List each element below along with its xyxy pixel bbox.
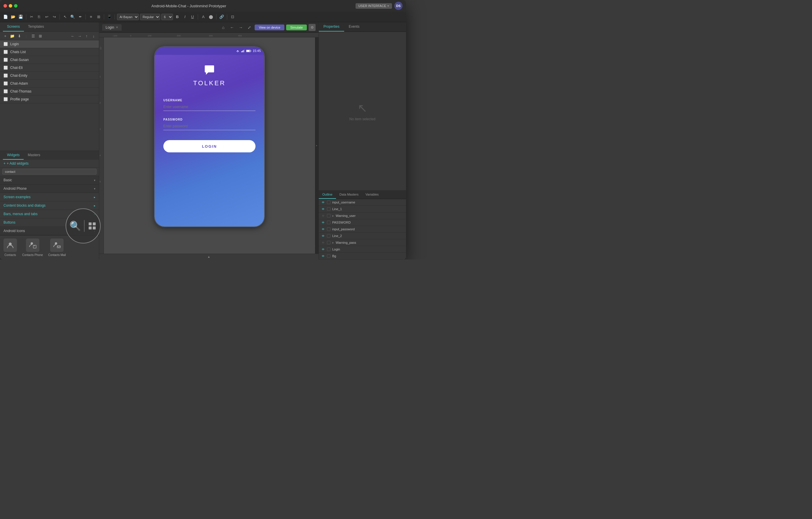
visibility-icon[interactable]: 👁 [321,248,325,251]
back-btn[interactable]: ← [228,24,235,31]
screen-item-chat-eli[interactable]: ⬜ Chat-Eli [0,64,99,72]
add-screen-btn[interactable]: + [2,33,8,39]
subcategory-screen-examples[interactable]: Screen examples ▸ [0,193,99,201]
save-btn[interactable]: 💾 [18,14,24,20]
font-style-select[interactable]: Regular [140,14,160,20]
settings-button[interactable]: ⚙ [309,24,316,31]
copy-btn[interactable]: ⎘ [36,14,42,20]
font-size-select[interactable]: 6 [161,14,173,20]
tab-data-masters[interactable]: Data Masters [336,191,362,199]
device-btn[interactable]: 📱 [106,14,113,20]
grid-view-btn[interactable]: ⊞ [37,33,43,39]
outline-item-password[interactable]: 👁 PASSWORD [319,219,406,226]
search-btn[interactable]: 🔍 [69,14,76,20]
pointer-btn[interactable]: ↖ [62,14,68,20]
screen-item-chat-emily[interactable]: ⬜ Chat-Emily [0,72,99,80]
screen-item-chat-thomas[interactable]: ⬜ Chat-Thomas [0,88,99,95]
tab-outline[interactable]: Outline [319,191,336,199]
nav-up[interactable]: ↑ [84,33,90,39]
redo-btn[interactable]: ↪ [51,14,57,20]
fullscreen-btn[interactable]: ⤢ [246,24,253,31]
tab-variables[interactable]: Variables [362,191,382,199]
undo-btn[interactable]: ↩ [44,14,50,20]
visibility-icon[interactable]: 👁 [321,241,325,244]
expand-icon[interactable]: ▶ [332,215,334,217]
open-file-btn[interactable]: 📂 [10,14,16,20]
visibility-icon[interactable]: 👁 [321,214,325,217]
pen-btn[interactable]: ✒ [77,14,83,20]
underline-btn[interactable]: U [189,14,196,20]
visibility-icon[interactable]: 👁 [321,228,325,231]
canvas-tab-login[interactable]: Login ✕ [102,24,122,31]
italic-btn[interactable]: I [182,14,188,20]
minimize-button[interactable] [9,4,12,7]
canvas-tab-close[interactable]: ✕ [116,26,118,29]
visibility-icon[interactable]: 👁 [321,254,325,258]
expand-icon[interactable]: ▶ [332,241,334,244]
tab-masters[interactable]: Masters [24,151,44,160]
widget-contacts[interactable]: Contacts [3,239,17,256]
outline-item-warning-user[interactable]: 👁 ▶ Warning_user [319,213,406,219]
screen-item-profile[interactable]: ⬜ Profile page [0,95,99,103]
simulate-button[interactable]: Simulate [286,25,307,30]
widget-contacts-phone[interactable]: Contacts Phone [22,239,43,256]
link-btn[interactable]: 🔗 [219,14,225,20]
distribute-btn[interactable]: ⊞ [95,14,102,20]
outline-item-login[interactable]: 👁 Login [319,246,406,253]
screen-item-chat-susan[interactable]: ⬜ Chat-Susan [0,56,99,64]
checkbox[interactable] [327,234,330,238]
checkbox[interactable] [327,248,330,251]
close-button[interactable] [3,4,7,7]
outline-item-line1[interactable]: 👁 Line_1 [319,206,406,213]
checkbox[interactable] [327,207,330,211]
username-input[interactable] [163,104,256,111]
login-button[interactable]: LOGIN [163,140,256,153]
view-on-device-button[interactable]: View on device [255,25,284,30]
nav-down[interactable]: ↓ [91,33,96,39]
import-btn[interactable]: ⬇ [16,33,22,39]
visibility-icon[interactable]: 👁 [321,221,325,224]
new-file-btn[interactable]: 📄 [2,14,9,20]
tab-screens[interactable]: Screens [3,22,24,31]
tab-templates[interactable]: Templates [24,22,48,31]
fill-color-btn[interactable]: ⬤ [208,14,214,20]
font-color-btn[interactable]: A [200,14,206,20]
outline-item-warning-pass[interactable]: 👁 ▶ Warning_pass [319,239,406,246]
checkbox[interactable] [327,227,330,231]
list-view-btn[interactable]: ☰ [30,33,36,39]
visibility-icon[interactable]: 👁 [321,235,325,238]
nav-prev[interactable]: ← [70,33,76,39]
component-btn[interactable]: ⊡ [229,14,236,20]
font-family-select[interactable]: Al Bayan [117,14,139,20]
align-btn[interactable]: ≡ [88,14,94,20]
tab-events[interactable]: Events [344,22,364,31]
category-android-phone[interactable]: Android Phone ▾ [0,185,99,193]
forward-btn[interactable]: → [237,24,244,31]
folder-btn[interactable]: 📁 [9,33,15,39]
widget-search-input[interactable] [2,169,96,174]
checkbox[interactable] [327,221,330,224]
maximize-button[interactable] [14,4,18,7]
checkbox[interactable] [327,214,330,217]
cut-btn[interactable]: ✂ [28,14,35,20]
home-btn[interactable]: ⌂ [220,24,227,31]
panel-toggle[interactable]: ▸ [315,37,319,254]
outline-item-line2[interactable]: 👁 Line_2 [319,233,406,239]
ui-badge[interactable]: USER INTERFACE ▾ [355,3,392,9]
screen-item-chats-list[interactable]: ⬜ Chats List [0,48,99,56]
screen-item-chat-adam[interactable]: ⬜ Chat-Adam [0,80,99,88]
outline-item-input-password[interactable]: 👁 input_password [319,226,406,233]
bottom-collapse-arrow[interactable]: ▲ [99,254,319,260]
visibility-icon[interactable]: 👁 [321,208,325,211]
visibility-icon[interactable]: 👁 [321,201,325,204]
screen-item-login[interactable]: ⬜ Login [0,40,99,48]
bold-btn[interactable]: B [174,14,180,20]
outline-item-bg[interactable]: 👁 Bg [319,253,406,260]
checkbox[interactable] [327,200,330,204]
password-input[interactable] [163,123,256,130]
outline-item-input-username[interactable]: 👁 input_username [319,199,406,206]
nav-next[interactable]: → [77,33,83,39]
user-avatar[interactable]: DS [394,2,403,10]
checkbox[interactable] [327,241,330,244]
checkbox[interactable] [327,254,330,258]
